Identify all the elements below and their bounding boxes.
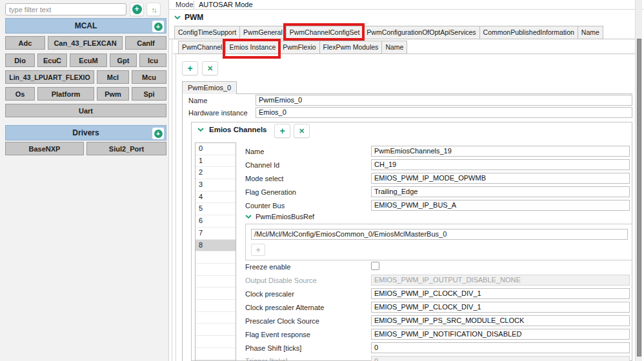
phase-shift-label: Phase Shift [ticks] (245, 344, 301, 352)
add-circle-icon: + (132, 5, 142, 14)
sidebar-item-platform[interactable]: Platform (37, 87, 94, 101)
sidebar-item-siul2port[interactable]: Siul2_Port (86, 142, 166, 155)
channel-list-item-empty[interactable] (196, 336, 236, 348)
sidebar-item-lin43lpuartflexio[interactable]: Lin_43_LPUART_FLEXIO (5, 70, 94, 84)
sidebar-item-dio[interactable]: Dio (5, 54, 35, 67)
channel-list-item-selected[interactable]: 8 (196, 240, 236, 252)
prescaler-clock-source-field[interactable]: EMIOS_PWM_IP_PS_SRC_MODULE_CLOCK (371, 315, 630, 326)
clock-prescaler-field[interactable]: EMIOS_PWM_IP_CLOCK_DIV_1 (371, 288, 630, 299)
channel-list-item[interactable]: 6 (196, 215, 236, 228)
sidebar-item-gpt[interactable]: Gpt (110, 54, 137, 67)
instance-panel-border (182, 93, 632, 94)
hardware-instance-field[interactable]: Emios_0 (256, 107, 632, 118)
channel-list-item-empty[interactable] (196, 324, 236, 336)
flag-event-response-field[interactable]: EMIOS_PWM_IP_NOTIFICATION_DISABLED (371, 329, 630, 340)
tab-pwmgeneral[interactable]: PwmGeneral (239, 26, 286, 39)
mcal-title: MCAL (75, 21, 97, 30)
sidebar-item-mcl[interactable]: Mcl (97, 70, 129, 84)
add-icon: + (279, 126, 285, 136)
clock-prescaler-label: Clock prescaler (245, 290, 294, 298)
pwm-section-title: PWM (185, 13, 203, 22)
busref-add-button[interactable]: + (251, 244, 265, 256)
sidebar-item-icu[interactable]: Icu (139, 54, 166, 67)
config-main-area: Mode AUTOSAR Mode PWM ConfigTimeSupport … (169, 0, 644, 361)
subpanel-border (176, 54, 176, 361)
emios-channels-header[interactable]: Emios Channels (197, 126, 267, 133)
tab-label: Emios Instance (229, 43, 276, 51)
channel-list-item-empty[interactable] (196, 251, 236, 264)
busref-path-field[interactable]: /Mcl/Mcl/MclConfig/EmiosCommon_0/EmiosMc… (251, 229, 628, 240)
tab-commonpublishedinformation[interactable]: CommonPublishedInformation (479, 26, 578, 39)
channel-id-label: Channel Id (245, 161, 279, 169)
chevron-down-icon (174, 15, 181, 20)
sidebar-item-adc[interactable]: Adc (5, 36, 45, 50)
counter-bus-field[interactable]: EMIOS_PWM_IP_BUS_A (371, 200, 630, 211)
filter-input[interactable] (5, 3, 126, 15)
instance-panel-border-left (182, 93, 183, 361)
tab-pwmchannel[interactable]: PwmChannel (178, 41, 225, 54)
channel-list-item[interactable]: 3 (196, 179, 236, 191)
tab-pwmconfigurationofoptapiservices[interactable]: PwmConfigurationOfOptApiServices (363, 26, 479, 39)
phase-shift-field[interactable]: 0 (371, 342, 630, 353)
add-instance-button[interactable]: + (182, 61, 198, 75)
tab-pwmchannelconfigset[interactable]: PwmChannelConfigSet (286, 26, 363, 39)
channel-list-item[interactable]: 5 (196, 203, 236, 215)
sidebar-item-basenxp[interactable]: BaseNXP (5, 142, 84, 155)
mode-select-field[interactable]: EMIOS_PWM_IP_MODE_OPWMB (371, 173, 630, 184)
tab-emios-instance[interactable]: Emios Instance (225, 41, 279, 54)
channel-list-item[interactable]: 0 (196, 143, 236, 155)
channel-list-item-empty[interactable] (196, 312, 236, 324)
tab-flexpwm-modules[interactable]: FlexPwm Modules (319, 41, 382, 54)
sort-icon: ↑↓ (152, 6, 156, 14)
busref-section-header[interactable]: PwmEmiosBusRef (245, 213, 314, 220)
delete-channel-button[interactable]: ✕ (294, 124, 310, 138)
channel-list-item[interactable]: 2 (196, 167, 236, 179)
channel-list-item[interactable]: 7 (196, 228, 236, 240)
scrollbar-thumb[interactable] (637, 39, 641, 356)
tab-pwmemios0[interactable]: PwmEmios_0 (182, 81, 237, 94)
pwm-section-header[interactable]: PWM (174, 13, 203, 22)
vertical-scrollbar[interactable] (635, 0, 642, 361)
add-button[interactable]: + (130, 3, 144, 16)
clock-prescaler-alternate-field[interactable]: EMIOS_PWM_IP_CLOCK_DIV_1 (371, 302, 630, 313)
sidebar-item-ecum[interactable]: EcuM (70, 54, 107, 67)
channel-list-item-empty[interactable] (196, 348, 236, 360)
channel-id-field[interactable]: CH_19 (371, 159, 630, 170)
add-channel-button[interactable]: + (274, 124, 290, 138)
sidebar-item-canif[interactable]: CanIf (125, 36, 166, 50)
pwm-label: Pwm (105, 90, 121, 98)
tab-configtimesupport[interactable]: ConfigTimeSupport (174, 26, 239, 39)
tab-name-sub[interactable]: Name (381, 41, 407, 54)
channel-list-item-empty[interactable] (196, 288, 236, 300)
tab-name[interactable]: Name (578, 26, 603, 39)
sidebar-item-pwm[interactable]: Pwm (97, 87, 129, 101)
panel-border (172, 39, 172, 361)
sidebar-item-spi[interactable]: Spi (132, 87, 166, 101)
sidebar-item-os[interactable]: Os (5, 87, 35, 101)
delete-instance-button[interactable]: ✕ (202, 61, 218, 75)
mcal-section-header: MCAL + (5, 18, 166, 34)
sidebar-item-ecuc[interactable]: EcuC (37, 54, 67, 67)
sidebar-item-mcu[interactable]: Mcu (132, 70, 166, 84)
name-field[interactable]: PwmEmios_0 (256, 95, 632, 106)
mcal-add-button[interactable]: + (152, 21, 164, 32)
sidebar-item-uart[interactable]: Uart (5, 104, 166, 117)
flag-generation-field[interactable]: Trailing_Edge (371, 186, 630, 197)
channel-list-item-empty[interactable] (196, 300, 236, 312)
channel-list-item-empty[interactable] (196, 276, 236, 288)
delete-icon: ✕ (207, 64, 213, 73)
channel-name-field[interactable]: PwmEmiosChannels_19 (371, 146, 630, 157)
busref-title: PwmEmiosBusRef (256, 213, 314, 220)
channel-list-item[interactable]: 4 (196, 191, 236, 204)
prescaler-clock-source-label: Prescaler Clock Source (245, 317, 319, 325)
sort-button[interactable]: ↑↓ (146, 3, 161, 16)
trigger-ticks-field: 0 (371, 356, 630, 361)
freeze-enable-checkbox[interactable] (371, 262, 379, 270)
module-sidebar: + ↑↓ MCAL + Adc Can_43_FLEXCAN CanIf Dio… (0, 0, 169, 361)
sidebar-item-can43flexcan[interactable]: Can_43_FLEXCAN (48, 36, 123, 50)
mode-value[interactable]: AUTOSAR Mode (199, 1, 253, 8)
drivers-add-button[interactable]: + (152, 128, 164, 139)
channel-list-item-empty[interactable] (196, 264, 236, 276)
channel-list-item[interactable]: 1 (196, 155, 236, 168)
tab-pwmflexio[interactable]: PwmFlexio (279, 41, 319, 54)
